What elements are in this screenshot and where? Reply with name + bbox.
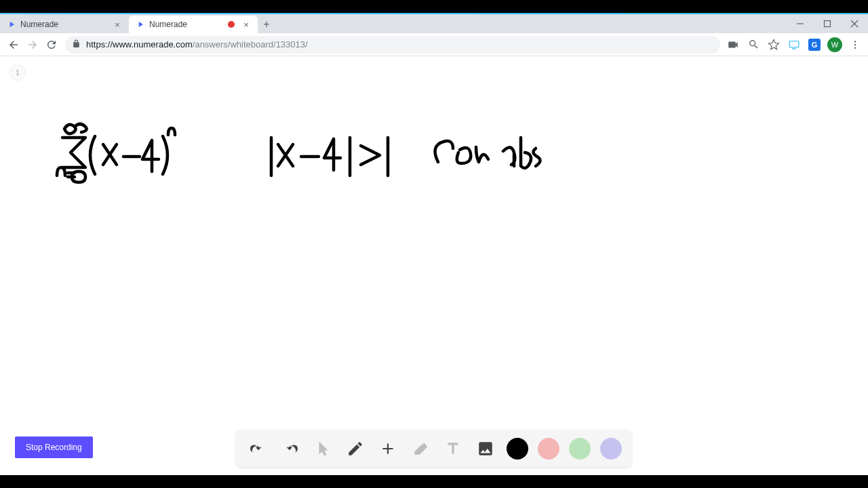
add-tool[interactable] — [376, 437, 399, 460]
color-purple[interactable] — [600, 438, 622, 460]
tab-title: Numerade — [149, 20, 224, 29]
menu-button[interactable] — [846, 36, 864, 54]
color-black[interactable] — [507, 438, 528, 460]
color-green[interactable] — [569, 438, 591, 460]
pointer-tool[interactable] — [311, 437, 334, 460]
play-icon — [7, 20, 16, 29]
profile-avatar[interactable]: W — [826, 36, 844, 54]
video-icon[interactable] — [724, 36, 742, 54]
close-window-button[interactable] — [841, 14, 868, 33]
tab-title: Numerade — [20, 20, 108, 29]
forward-button[interactable] — [23, 35, 42, 54]
close-icon[interactable]: × — [241, 20, 251, 30]
whiteboard-content: 1 — [0, 56, 868, 475]
svg-point-7 — [854, 43, 856, 45]
close-icon[interactable]: × — [113, 20, 122, 30]
browser-window: Numerade × Numerade × + — [0, 13, 868, 475]
lock-icon — [72, 39, 81, 51]
back-button[interactable] — [4, 35, 23, 54]
reload-button[interactable] — [42, 35, 61, 54]
recording-indicator-icon — [228, 21, 235, 28]
whiteboard-canvas[interactable] — [0, 56, 868, 475]
svg-point-6 — [854, 41, 856, 42]
eraser-tool[interactable] — [409, 437, 432, 460]
image-tool[interactable] — [474, 437, 497, 460]
new-tab-button[interactable]: + — [258, 16, 275, 33]
window-controls — [787, 14, 868, 33]
screen-icon[interactable] — [785, 36, 803, 54]
color-pink[interactable] — [538, 438, 559, 460]
redo-button[interactable] — [279, 437, 302, 460]
address-bar[interactable]: https://www.numerade.com/answers/whitebo… — [65, 36, 720, 54]
tab-2[interactable]: Numerade × — [129, 16, 258, 33]
search-icon[interactable] — [745, 36, 762, 54]
tab-1[interactable]: Numerade × — [0, 16, 129, 33]
url-domain: https://www.numerade.com — [86, 39, 193, 49]
address-row: https://www.numerade.com/answers/whitebo… — [0, 33, 868, 56]
ext-letter: G — [808, 39, 821, 51]
url-text: https://www.numerade.com/answers/whitebo… — [86, 39, 713, 49]
pen-tool[interactable] — [344, 437, 367, 460]
svg-rect-1 — [825, 21, 831, 27]
whiteboard-toolbar — [237, 430, 631, 467]
text-tool[interactable] — [441, 437, 465, 460]
addr-actions: G W — [724, 36, 864, 54]
play-icon — [136, 20, 145, 29]
tab-strip: Numerade × Numerade × + — [0, 14, 868, 33]
stop-recording-button[interactable]: Stop Recording — [15, 436, 93, 458]
extension-badge[interactable]: G — [806, 36, 823, 54]
minimize-button[interactable] — [787, 14, 814, 33]
avatar-initial: W — [827, 37, 842, 52]
url-path: /answers/whiteboard/133013/ — [193, 39, 308, 49]
svg-point-8 — [854, 47, 856, 48]
star-icon[interactable] — [765, 36, 783, 54]
maximize-button[interactable] — [814, 14, 841, 33]
undo-button[interactable] — [246, 437, 269, 460]
svg-rect-4 — [789, 41, 799, 47]
